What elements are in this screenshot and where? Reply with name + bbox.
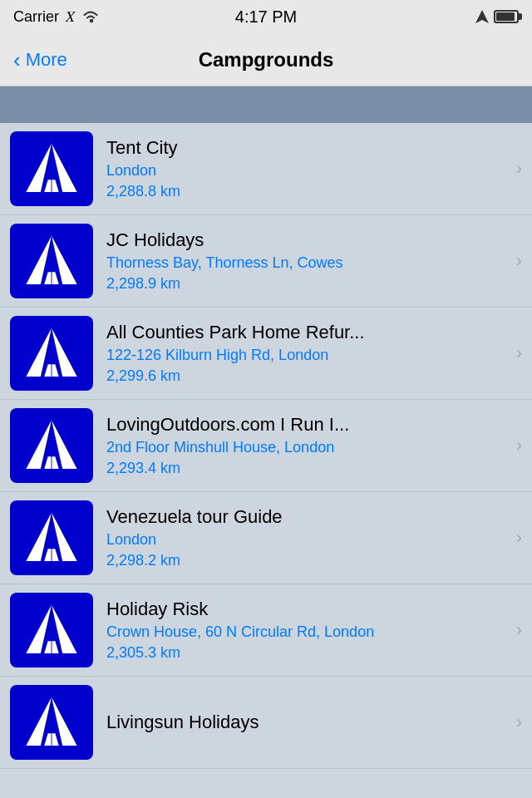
battery-icon bbox=[494, 10, 519, 23]
campground-icon bbox=[10, 224, 93, 298]
item-address: Thorness Bay, Thorness Ln, Cowes bbox=[106, 254, 510, 272]
item-name: Holiday Risk bbox=[106, 598, 510, 620]
item-name: LovingOutdoors.com I Run I... bbox=[106, 414, 510, 436]
list-item[interactable]: Livingsun Holidays › bbox=[0, 677, 532, 769]
tent-svg-icon bbox=[22, 693, 81, 751]
filter-bar bbox=[0, 86, 532, 123]
back-button[interactable]: ‹ More bbox=[13, 49, 67, 71]
chevron-right-icon: › bbox=[516, 250, 522, 272]
tent-svg-icon bbox=[22, 324, 81, 382]
status-left: Carrier 𝛸 bbox=[13, 8, 100, 26]
item-address: Crown House, 60 N Circular Rd, London bbox=[106, 623, 510, 641]
campground-icon bbox=[10, 593, 93, 667]
list-item[interactable]: Venezuela tour Guide London 2,298.2 km › bbox=[0, 492, 532, 584]
status-bar: Carrier 𝛸 4:17 PM bbox=[0, 0, 532, 33]
chevron-right-icon: › bbox=[516, 342, 522, 364]
list-item[interactable]: All Counties Park Home Refur... 122-126 … bbox=[0, 308, 532, 400]
chevron-right-icon: › bbox=[516, 712, 522, 733]
item-distance: 2,298.9 km bbox=[106, 275, 510, 293]
item-distance: 2,298.2 km bbox=[106, 552, 510, 569]
chevron-left-icon: ‹ bbox=[13, 49, 21, 71]
status-right bbox=[475, 10, 519, 23]
chevron-right-icon: › bbox=[516, 619, 522, 641]
location-icon bbox=[475, 10, 489, 23]
item-distance: 2,288.8 km bbox=[106, 183, 510, 200]
svg-marker-0 bbox=[475, 10, 489, 23]
tent-svg-icon bbox=[22, 601, 81, 659]
carrier-label: Carrier bbox=[13, 8, 59, 26]
list-item[interactable]: Holiday Risk Crown House, 60 N Circular … bbox=[0, 584, 532, 677]
item-name: All Counties Park Home Refur... bbox=[106, 322, 510, 343]
item-name: JC Holidays bbox=[106, 229, 510, 251]
wifi-signal-icon bbox=[81, 10, 100, 23]
item-address: 2nd Floor Minshull House, London bbox=[106, 439, 510, 456]
nav-bar: ‹ More Campgrounds bbox=[0, 33, 532, 86]
tent-svg-icon bbox=[22, 140, 81, 198]
item-content: Livingsun Holidays bbox=[106, 712, 510, 733]
item-address: 122-126 Kilburn High Rd, London bbox=[106, 347, 510, 364]
back-label: More bbox=[26, 49, 67, 71]
tent-svg-icon bbox=[22, 509, 81, 567]
campgrounds-list: Tent City London 2,288.8 km › JC Holiday… bbox=[0, 123, 532, 798]
item-distance: 2,305.3 km bbox=[106, 644, 510, 662]
list-item[interactable]: Tent City London 2,288.8 km › bbox=[0, 123, 532, 215]
item-distance: 2,299.6 km bbox=[106, 367, 510, 385]
chevron-right-icon: › bbox=[516, 158, 522, 180]
item-distance: 2,293.4 km bbox=[106, 460, 510, 477]
item-content: Venezuela tour Guide London 2,298.2 km bbox=[106, 506, 510, 569]
item-name: Venezuela tour Guide bbox=[106, 506, 510, 528]
wifi-icon: 𝛸 bbox=[66, 8, 75, 26]
tent-svg-icon bbox=[22, 416, 81, 475]
page-title: Campgrounds bbox=[199, 48, 334, 71]
campground-icon bbox=[10, 131, 93, 206]
item-content: Holiday Risk Crown House, 60 N Circular … bbox=[106, 598, 510, 662]
campground-icon bbox=[10, 316, 93, 391]
list-item[interactable]: LovingOutdoors.com I Run I... 2nd Floor … bbox=[0, 400, 532, 492]
item-address: London bbox=[106, 162, 510, 180]
tent-svg-icon bbox=[22, 232, 81, 290]
item-content: All Counties Park Home Refur... 122-126 … bbox=[106, 322, 510, 385]
item-name: Livingsun Holidays bbox=[106, 712, 510, 733]
campground-icon bbox=[10, 500, 93, 575]
item-address: London bbox=[106, 531, 510, 549]
chevron-right-icon: › bbox=[516, 435, 522, 456]
campground-icon bbox=[10, 408, 93, 483]
chevron-right-icon: › bbox=[516, 527, 522, 549]
list-item[interactable]: JC Holidays Thorness Bay, Thorness Ln, C… bbox=[0, 215, 532, 308]
item-content: JC Holidays Thorness Bay, Thorness Ln, C… bbox=[106, 229, 510, 293]
item-content: LovingOutdoors.com I Run I... 2nd Floor … bbox=[106, 414, 510, 477]
campground-icon bbox=[10, 685, 93, 760]
item-name: Tent City bbox=[106, 137, 510, 159]
status-time: 4:17 PM bbox=[235, 7, 297, 27]
item-content: Tent City London 2,288.8 km bbox=[106, 137, 510, 200]
